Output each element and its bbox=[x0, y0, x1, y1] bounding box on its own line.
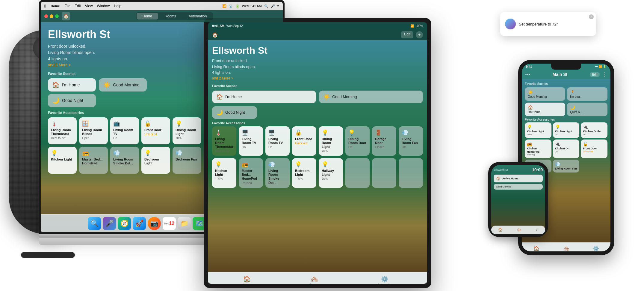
ipad-statusbar: 9:41 AM Wed Sep 12 📶 100% bbox=[208, 22, 427, 29]
ipad-acc-hallwaylight[interactable]: 💡 Hallway Light 70% bbox=[319, 158, 343, 188]
mac-tab-automation[interactable]: Automation bbox=[183, 13, 213, 20]
mac-menu-edit[interactable]: Edit bbox=[75, 4, 81, 8]
siri-notification: Set temperature to 72° × bbox=[500, 12, 596, 36]
iphone-acc-1[interactable]: 💡 Kitchen Light On bbox=[553, 122, 580, 138]
mac-app-menu-home[interactable]: Home bbox=[51, 4, 60, 8]
ipad-scene-goodnight[interactable]: 🌙 Good Night bbox=[212, 106, 257, 119]
mac-menu-items[interactable]: File Edit View Window Help bbox=[65, 4, 121, 8]
watch-tab-rooms[interactable]: 🏘️ bbox=[517, 228, 521, 232]
watch-scene-arrivehome[interactable]: 🏠 Arrive Home bbox=[494, 175, 543, 182]
ipad-acc-bedroomlight[interactable]: 💡 Bedroom Light 100% bbox=[292, 158, 316, 188]
ipad-acc-name-hallwaylight: Hallway Light bbox=[322, 169, 340, 177]
iphone-acc-4[interactable]: 🔌 Kitchen On On bbox=[553, 140, 580, 158]
ipad-status-right: 📶 100% bbox=[410, 24, 423, 28]
menubar-time: Wed 9:41 AM bbox=[242, 4, 262, 8]
iphone-options-icon[interactable]: ⋮ bbox=[601, 71, 607, 78]
ipad-tab-home[interactable]: 🏠 Home bbox=[243, 275, 251, 284]
iphone-acc-7[interactable]: 💨 Living Room Fan bbox=[553, 160, 580, 172]
watch-tab-check[interactable]: ✓ bbox=[535, 228, 538, 232]
iphone-scene-goodmorning[interactable]: ☀️ Good Morning bbox=[525, 87, 565, 101]
ipad-status-line2: Living Room blinds open. bbox=[212, 64, 423, 70]
fullscreen-button[interactable] bbox=[55, 14, 59, 18]
mac-acc-masterbed[interactable]: 📻 Master Bed... HomePad bbox=[79, 147, 108, 174]
iphone-toolbar: Main St Edit ⋮ bbox=[522, 70, 610, 79]
iphone-back-dots[interactable] bbox=[525, 74, 530, 75]
ipad-acc-name-tv1: Living Room TV bbox=[242, 137, 260, 145]
ipad-acc-masterpod[interactable]: 📻 Master Bed... HomePod Paused bbox=[239, 158, 263, 188]
ipad-more-link[interactable]: and 2 More > bbox=[212, 76, 423, 81]
mac-acc-smokedet[interactable]: 💨 Living Room Smoke Det... bbox=[110, 147, 139, 174]
ipad-edit-button[interactable]: Edit bbox=[401, 31, 413, 38]
iphone-tab-home[interactable]: 🏠 Home bbox=[533, 246, 539, 252]
iphone-scene-imleaving[interactable]: 🏃 I'm Lea... bbox=[567, 87, 607, 101]
mac-tab-rooms[interactable]: Rooms bbox=[159, 13, 182, 20]
traffic-lights bbox=[44, 14, 59, 18]
dock-files[interactable]: 📁 bbox=[178, 217, 191, 230]
iphone-acc-2[interactable]: 🔌 Kitchen Outlet On bbox=[581, 122, 607, 138]
mac-acc-blinds[interactable]: 🪟 Living Room Blinds Open bbox=[79, 117, 108, 144]
menu-icon[interactable]: ≡ bbox=[277, 4, 279, 8]
ipad-scene-imhome[interactable]: 🏠 I'm Home bbox=[212, 91, 316, 103]
siri-menubar-icon[interactable]: 🎤 bbox=[271, 4, 275, 8]
ipad-tab-rooms[interactable]: 🏘️ Rooms bbox=[310, 275, 319, 284]
ipad-acc-status-bedroomlight: 100% bbox=[295, 177, 313, 181]
minimize-button[interactable] bbox=[50, 14, 53, 18]
mac-menu-file[interactable]: File bbox=[65, 4, 70, 8]
iphone-acc-5[interactable]: 🔓 Front Door Unlocked bbox=[581, 140, 607, 158]
iphone-edit-button[interactable]: Edit bbox=[590, 72, 600, 77]
mac-acc-icon-tv: 📺 bbox=[113, 120, 136, 127]
watch-tabbar: 🏠 🏘️ ✓ bbox=[491, 226, 545, 234]
ipad-acc-diningdoor[interactable]: 💡 Dining Room Door Off bbox=[345, 126, 370, 156]
mac-menu-window[interactable]: Window bbox=[97, 4, 110, 8]
mac-menu-view[interactable]: View bbox=[85, 4, 93, 8]
dock-photos[interactable]: 📷 bbox=[148, 217, 161, 230]
mac-acc-name-kitchenlight: Kitchen Light bbox=[51, 158, 74, 161]
ipad-acc-name-smokedet: Living Room Smoke Det... bbox=[268, 169, 287, 185]
ipad-acc-fan[interactable]: 💨 Living Room Fan Off bbox=[399, 126, 423, 156]
dock-finder[interactable]: 🔍 bbox=[88, 217, 101, 230]
iphone-acc-3[interactable]: 📻 Kitchen HomePod Playing bbox=[525, 140, 551, 158]
ipad-acc-status-kitchenlight: 100% bbox=[215, 177, 233, 181]
mac-acc-frontdoor[interactable]: 🔓 Front Door Unlocked bbox=[141, 117, 170, 144]
dock-safari[interactable]: 🧭 bbox=[118, 217, 131, 230]
ipad-add-button[interactable]: + bbox=[416, 31, 423, 38]
mac-scene-good-night[interactable]: 🌙 Good Night bbox=[48, 94, 96, 107]
iphone-scene-imhome[interactable]: 🏠 I'm Home bbox=[525, 103, 565, 116]
ipad-acc-status-dininglight: 70% bbox=[322, 149, 340, 153]
ipad-tab-automation[interactable]: ⚙️ Automati... bbox=[378, 275, 392, 284]
ipad-acc-tv2[interactable]: 🖥️ Living Room TV On bbox=[265, 126, 290, 156]
ipad-acc-kitchenlight[interactable]: 💡 Kitchen Light 100% bbox=[212, 158, 236, 188]
iphone-scene-quietnight[interactable]: 🌙 Quiet N... bbox=[567, 103, 607, 116]
mac-acc-kitchenlight[interactable]: 💡 Kitchen Light bbox=[48, 147, 77, 174]
iphone-scene-name-3: Quiet N... bbox=[570, 110, 604, 114]
mac-scene-good-morning[interactable]: ☀️ Good Morning bbox=[99, 78, 147, 92]
dock-calendar[interactable]: Dec 12 bbox=[163, 217, 176, 230]
mac-acc-name-bedroomfan: Bedroom Fan bbox=[176, 158, 198, 161]
dock-launchpad[interactable]: 🚀 bbox=[133, 217, 146, 230]
ipad-accessories-label: Favorite Accessories bbox=[212, 121, 423, 125]
ipad-acc-frontdoor[interactable]: 🔓 Front Door Unlocked bbox=[292, 126, 316, 156]
mac-tab-home[interactable]: Home bbox=[137, 13, 158, 20]
watch-tab-home[interactable]: 🏠 bbox=[498, 228, 503, 232]
dock-siri[interactable]: 🎤 bbox=[103, 217, 116, 230]
watch-scene-goodmorning[interactable]: Good Morning bbox=[494, 184, 543, 190]
close-button[interactable] bbox=[44, 14, 48, 18]
ipad-acc-smokedet[interactable]: 💨 Living Room Smoke Det... bbox=[265, 158, 290, 188]
mac-acc-thermostat[interactable]: 🌡️ Living Room Thermostat Heat to 72° bbox=[48, 117, 77, 144]
iphone-tab-automation[interactable]: ⚙️ Auto bbox=[593, 246, 599, 252]
iphone-acc-0[interactable]: 💡 Kitchen Light 20% bbox=[525, 122, 551, 138]
iphone-tab-rooms[interactable]: 🏘️ Rooms bbox=[563, 246, 570, 252]
mac-acc-bedroomlight[interactable]: 💡 Bedroom Light bbox=[141, 147, 170, 174]
search-icon[interactable]: 🔍 bbox=[264, 4, 268, 8]
siri-close-button[interactable]: × bbox=[589, 14, 594, 19]
mac-menu-help[interactable]: Help bbox=[114, 4, 121, 8]
ipad-acc-thermostat[interactable]: 🌡️ Living Room Thermostat Heat to 72° bbox=[212, 126, 236, 156]
mac-acc-bedroomfan[interactable]: 💨 Bedroom Fan bbox=[173, 147, 201, 174]
mac-acc-dininglight[interactable]: 💡 Dining Room Light 70% bbox=[173, 117, 201, 144]
mac-acc-tv[interactable]: 📺 Living Room TV On bbox=[110, 117, 139, 144]
ipad-acc-dininglight[interactable]: 💡 Dining Room Light 70% bbox=[319, 126, 343, 156]
ipad-acc-garage[interactable]: 🚪 Garage Door Closed bbox=[372, 126, 396, 156]
mac-scene-im-home[interactable]: 🏠 I'm Home bbox=[48, 78, 96, 92]
ipad-acc-tv1[interactable]: 🖥️ Living Room TV On bbox=[239, 126, 263, 156]
ipad-scene-goodmorning[interactable]: ☀️ Good Morning bbox=[319, 91, 423, 103]
